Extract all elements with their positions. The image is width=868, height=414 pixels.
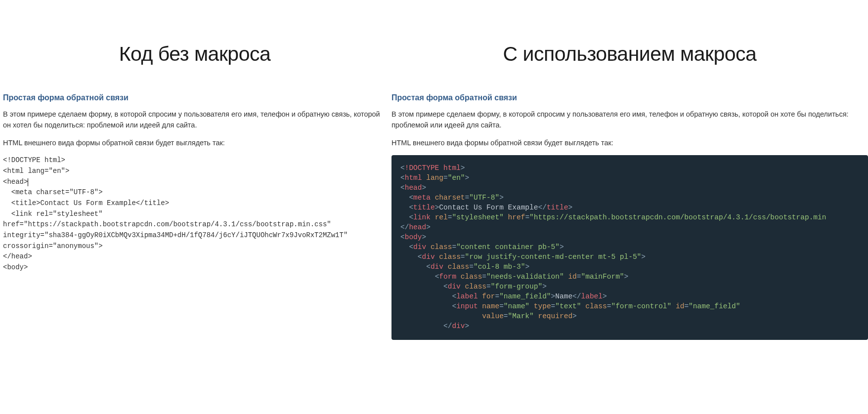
code-line: <html lang="en"> bbox=[400, 174, 469, 182]
code-line: <!DOCTYPE html> bbox=[3, 156, 65, 164]
code-line: <body> bbox=[3, 263, 28, 271]
code-line: <meta charset="UTF-8"> bbox=[400, 194, 504, 202]
code-line: <input name="name" type="text" class="fo… bbox=[400, 302, 740, 310]
comparison-columns: Код без макроса Простая форма обратной с… bbox=[0, 0, 868, 340]
code-line: value="Mark" required> bbox=[400, 312, 577, 320]
code-line: <link rel="stylesheet" bbox=[3, 210, 103, 218]
code-line: href="https://stackpath.bootstrapcdn.com… bbox=[3, 220, 331, 228]
code-line: </div> bbox=[400, 322, 469, 330]
code-line: <div class="row justify-content-md-cente… bbox=[400, 253, 646, 261]
left-paragraph-1: В этом примере сделаем форму, в которой … bbox=[3, 109, 387, 131]
left-paragraph-2: HTML внешнего вида формы обратной связи … bbox=[3, 138, 387, 149]
left-heading: Код без макроса bbox=[3, 42, 387, 66]
code-line: <div class="form-group"> bbox=[400, 283, 547, 290]
code-line: <div class="col-8 mb-3"> bbox=[400, 263, 529, 271]
code-line: <title>Contact Us Form Example</title> bbox=[3, 199, 169, 207]
right-code-block: <!DOCTYPE html> <html lang="en"> <head> … bbox=[391, 155, 868, 340]
code-line: integrity="sha384-ggOyR0iXCbMQv3Xipma34M… bbox=[3, 231, 347, 239]
right-paragraph-2: HTML внешнего вида формы обратной связи … bbox=[391, 138, 868, 149]
right-heading: С использованием макроса bbox=[391, 42, 868, 66]
right-column: С использованием макроса Простая форма о… bbox=[391, 0, 868, 340]
left-column: Код без макроса Простая форма обратной с… bbox=[0, 0, 391, 340]
left-section-title: Простая форма обратной связи bbox=[3, 93, 387, 102]
code-line: <body> bbox=[400, 233, 426, 241]
code-line: </head> bbox=[400, 223, 431, 231]
code-line: <meta charset="UTF-8"> bbox=[3, 188, 103, 196]
code-line: <div class="content container pb-5"> bbox=[400, 243, 564, 251]
code-line: </head> bbox=[3, 252, 32, 260]
code-line: <link rel="stylesheet" href="https://sta… bbox=[400, 213, 826, 221]
left-code-block: <!DOCTYPE html> <html lang="en"> <head> … bbox=[3, 155, 387, 273]
code-line: <label for="name_field">Name</label> bbox=[400, 292, 607, 300]
code-line: <!DOCTYPE html> bbox=[400, 164, 465, 172]
code-line: <title>Contact Us Form Example</title> bbox=[400, 204, 572, 211]
code-line: <html lang="en"> bbox=[3, 167, 69, 175]
code-line: <head> bbox=[3, 178, 28, 186]
code-line: crossorigin="anonymous"> bbox=[3, 242, 103, 250]
code-line: <head> bbox=[400, 184, 426, 192]
right-section-title: Простая форма обратной связи bbox=[391, 93, 868, 102]
code-line: <form class="needs-validation" id="mainF… bbox=[400, 273, 628, 281]
right-paragraph-1: В этом примере сделаем форму, в которой … bbox=[391, 109, 868, 131]
